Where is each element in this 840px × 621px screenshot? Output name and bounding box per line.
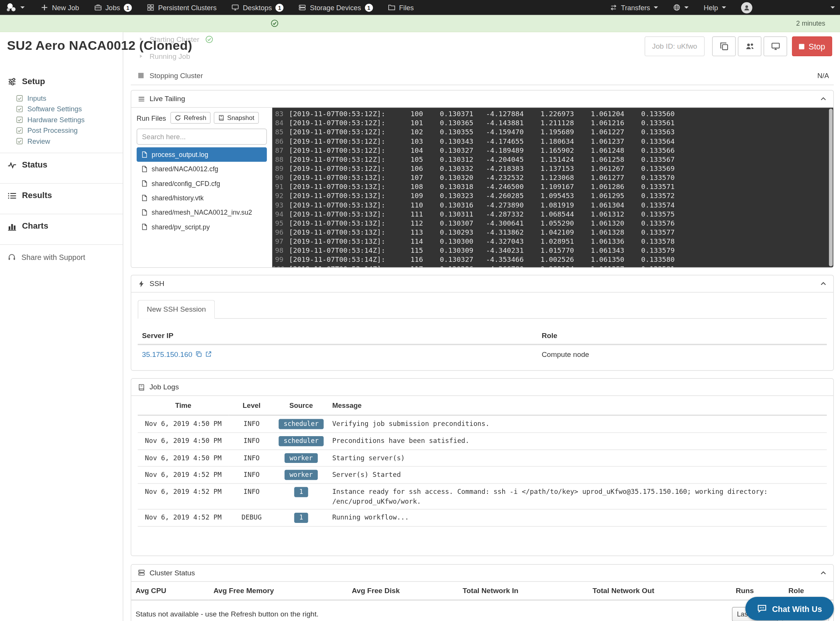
file-item-mesh-naca0012-inv-su2[interactable]: shared/mesh_NACA0012_inv.su2: [137, 205, 267, 220]
sidebar-section-setup[interactable]: Setup: [0, 70, 123, 90]
cluster-status-body: Status not available - use the Refresh b…: [131, 601, 833, 621]
sidebar-section-charts[interactable]: Charts: [0, 214, 123, 238]
file-icon: [141, 194, 148, 201]
file-item-config-cfd-cfg[interactable]: shared/config_CFD.cfg: [137, 176, 267, 191]
stop-job-button[interactable]: Stop: [792, 37, 832, 57]
file-icon: [141, 151, 148, 158]
collapse-chevron-up-icon[interactable]: [820, 569, 827, 576]
log-source: 1: [274, 484, 328, 509]
file-item-process-output-log[interactable]: process_output.log: [137, 148, 267, 162]
nav-persistent-clusters[interactable]: Persistent Clusters: [139, 0, 224, 15]
log-time: Nov 6, 2019 4:52 PM: [138, 467, 229, 484]
terminal-line: 93 [2019-11-07T00:53:13Z]: 110 0.130316 …: [272, 200, 833, 209]
nav-storage-devices[interactable]: Storage Devices 1: [291, 0, 380, 15]
log-source: 1: [274, 509, 328, 526]
copy-icon[interactable]: [195, 351, 202, 357]
line-number: 83: [272, 109, 289, 118]
log-time: Nov 6, 2019 4:50 PM: [138, 415, 229, 433]
line-text: [2019-11-07T00:53:12Z]: 102 0.130355 -4.…: [289, 128, 674, 137]
line-text: [2019-11-07T00:53:12Z]: 100 0.130371 -4.…: [289, 109, 674, 118]
terminal-scrollbar[interactable]: [829, 109, 833, 266]
desktops-count-badge: 1: [275, 3, 283, 11]
log-source: worker: [274, 467, 328, 484]
nav-label: Transfers: [621, 3, 650, 11]
nav-help[interactable]: Help: [696, 0, 734, 15]
panel-title: Live Tailing: [149, 95, 185, 103]
ssh-header: SSH: [131, 275, 833, 292]
briefcase-icon: [94, 4, 102, 11]
body-row: Setup Inputs Software Settings Hardware …: [0, 32, 840, 621]
header-controls: Job ID: uKfwo Stop: [642, 35, 832, 57]
tab-new-ssh-session[interactable]: New SSH Session: [138, 300, 215, 319]
sidebar-item-software-settings[interactable]: Software Settings: [0, 103, 123, 114]
step-label: Running Job: [149, 52, 190, 60]
terminal-line: 98 [2019-11-07T00:53:14Z]: 115 0.130309 …: [272, 246, 833, 255]
link-label: Post Processing: [27, 126, 77, 134]
file-item-pv-script-py[interactable]: shared/pv_script.py: [137, 220, 267, 234]
snapshot-button[interactable]: Snapshot: [214, 112, 259, 124]
nav-account[interactable]: [734, 0, 760, 15]
nav-jobs[interactable]: Jobs 1: [86, 0, 139, 15]
nav-language[interactable]: [666, 0, 696, 15]
log-message: Server(s) Started: [328, 467, 827, 484]
nav-new-job[interactable]: New Job: [33, 0, 86, 15]
nav-files[interactable]: Files: [380, 0, 422, 15]
column-server-ip: Server IP: [138, 327, 537, 344]
collapse-chevron-up-icon[interactable]: [820, 95, 827, 102]
terminal-line: 96 [2019-11-07T00:53:13Z]: 113 0.130293 …: [272, 228, 833, 237]
chat-with-us-button[interactable]: Chat With Us: [745, 597, 834, 620]
stop-square-icon: [799, 44, 804, 49]
job-logs-header: Job Logs: [131, 379, 833, 396]
file-item-history-vtk[interactable]: shared/history.vtk: [137, 191, 267, 205]
collapse-chevron-up-icon[interactable]: [820, 280, 827, 287]
sidebar-item-post-processing[interactable]: Post Processing: [0, 125, 123, 135]
external-link-icon[interactable]: [205, 351, 212, 357]
live-tailing-header: Live Tailing: [131, 91, 833, 108]
terminal-line: 91 [2019-11-07T00:53:13Z]: 108 0.130318 …: [272, 182, 833, 191]
file-item-naca0012-cfg[interactable]: shared/NACA0012.cfg: [137, 162, 267, 176]
column-total-network-out: Total Network Out: [588, 582, 731, 600]
run-file-list: process_output.log shared/NACA0012.cfg s…: [137, 148, 267, 234]
server-ip-link[interactable]: 35.175.150.160: [142, 350, 192, 358]
sidebar-item-review[interactable]: Review: [0, 135, 123, 146]
nav-desktops[interactable]: Desktops 1: [224, 0, 291, 15]
check-square-icon: [16, 95, 23, 101]
job-logs-body: Time Level Source Message Nov 6, 2019 4:…: [131, 396, 833, 555]
share-job-button[interactable]: [738, 37, 761, 57]
nav-label: Files: [399, 3, 414, 11]
cluster-status-header: Cluster Status: [131, 565, 833, 582]
job-logs-panel: Job Logs Time Level Source Message: [131, 378, 834, 556]
storage-icon: [298, 4, 306, 11]
nav-transfers[interactable]: Transfers: [602, 0, 666, 15]
success-alert-bar: 2 minutes: [0, 15, 840, 32]
terminal-line: 87 [2019-11-07T00:53:12Z]: 104 0.130327 …: [272, 146, 833, 155]
file-name: process_output.log: [152, 151, 208, 158]
nav-label: Help: [704, 3, 718, 11]
file-search-input[interactable]: [137, 129, 267, 145]
check-circle-icon: [271, 19, 278, 27]
terminal-line: 83 [2019-11-07T00:53:12Z]: 100 0.130371 …: [272, 109, 833, 118]
line-number: 92: [272, 191, 289, 200]
line-text: [2019-11-07T00:53:13Z]: 110 0.130316 -4.…: [289, 200, 674, 209]
sidebar-section-results[interactable]: Results: [0, 184, 123, 207]
bolt-icon: [138, 280, 145, 287]
sidebar-item-hardware-settings[interactable]: Hardware Settings: [0, 114, 123, 125]
desktop-session-button[interactable]: [763, 37, 787, 57]
link-label: Inputs: [27, 94, 46, 102]
link-label: Share with Support: [22, 253, 85, 261]
sidebar-item-share-with-support[interactable]: Share with Support: [0, 245, 123, 269]
clone-job-button[interactable]: [712, 37, 735, 57]
terminal-line: 92 [2019-11-07T00:53:13Z]: 109 0.130323 …: [272, 191, 833, 200]
line-text: [2019-11-07T00:53:12Z]: 104 0.130327 -4.…: [289, 146, 674, 155]
refresh-files-button[interactable]: Refresh: [170, 112, 211, 124]
ssh-tabs: New SSH Session: [138, 300, 827, 319]
step-stopping-cluster[interactable]: Stopping Cluster N/A: [131, 66, 834, 85]
panel-title: Cluster Status: [149, 569, 195, 577]
log-source: worker: [274, 450, 328, 467]
sidebar-item-inputs[interactable]: Inputs: [0, 93, 123, 103]
page-title: SU2 Aero NACA0012 (Cloned): [7, 38, 192, 53]
account-chevron-down-icon[interactable]: [831, 6, 835, 9]
rescale-logo[interactable]: [5, 2, 25, 13]
check-circle-icon: [205, 35, 213, 43]
sidebar-section-status[interactable]: Status: [0, 153, 123, 177]
